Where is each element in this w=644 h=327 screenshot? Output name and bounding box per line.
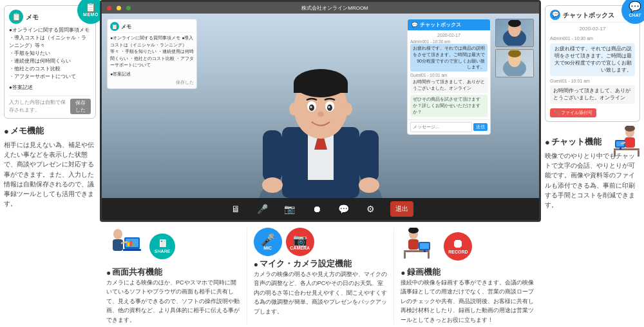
toolbar-btn-chat[interactable]: 💬 [336, 203, 352, 215]
floating-memo-icon: 📋 [110, 22, 119, 31]
record-illustration [401, 228, 436, 264]
memo-feature-text: 相手には見えない為、補足や伝えたい事などを表示した状態で、商談やプレゼンに対応す… [4, 140, 96, 208]
mic-camera-icons: 🎤 MIC 📷 CAMERA [254, 228, 314, 256]
chat-msg-3: ぜひその商品を試させて頂けますか？詳しくお聞かせいただけますか？ [410, 95, 488, 117]
svg-rect-46 [625, 137, 635, 148]
video-thumbnails [495, 19, 534, 77]
mic-badge-label: MIC [263, 246, 272, 250]
memo-feature-heading: メモ機能 [4, 125, 96, 137]
memo-title-text: メモ [26, 12, 39, 22]
camera-badge: 📷 CAMERA [286, 228, 314, 256]
chat-icon: 💬 [336, 203, 352, 215]
share-feature-text: カメラによる映像のほか、PCやスマホで同時に開いているソフトやブラウザの画面も相… [106, 278, 240, 324]
floating-chat-title: チャットボックス [420, 21, 461, 28]
memo-badge-label: MEMO [83, 12, 99, 19]
share-illustration [106, 228, 142, 264]
chat-sender-left: Guest01 - 10:01 am [550, 78, 635, 85]
svg-rect-47 [614, 148, 639, 150]
dot-green [126, 6, 131, 10]
feature-memo-section: メモ機能 相手には見えない為、補足や伝えたい事などを表示した状態で、商談やプレゼ… [4, 125, 96, 208]
file-attach-badge[interactable]: 📎 ファイル添付可 [550, 108, 596, 118]
toolbar-btn-share[interactable]: 🖥 [228, 203, 243, 215]
toolbar-btn-mic[interactable]: 🎤 [255, 203, 270, 215]
svg-rect-43 [424, 250, 426, 252]
attach-label: ファイル添付可 [561, 110, 592, 117]
svg-point-19 [289, 103, 298, 115]
memo-footer: 入力した内容は自動で保存されます。 保存した [9, 95, 91, 114]
share-badge: 🖥 SHARE [149, 233, 175, 259]
screen-top-bar: 株式会社オンラインMROOM [102, 2, 539, 14]
mic-feature-title: マイク・カメラ設定機能 [254, 259, 388, 270]
record-feature-title: 録画機能 [401, 267, 535, 278]
chat-date: 2020-02-17 [550, 25, 635, 33]
chat-balloon: 💬 CHAT 💬 チャットボックス 2020-02-17 Admin001 - … [545, 5, 640, 122]
floating-chat-footer: 送信 [408, 119, 490, 134]
chat-bubble-icon: 💬 [629, 2, 641, 12]
chat-sender-2: Guest01 - 10:01 am [410, 73, 488, 77]
share-feature-title: 画面共有機能 [106, 267, 240, 278]
share-badge-label: SHARE [155, 249, 171, 253]
bottom-features: 🖥 SHARE 画面共有機能 カメラによる映像のほか、PCやスマホで同時に開いて… [100, 222, 541, 327]
svg-point-17 [262, 177, 283, 193]
exit-icon: 退出 [394, 203, 410, 215]
floating-memo-footer: 保存した [110, 79, 194, 86]
video-thumb-1 [495, 19, 534, 47]
dot-red [107, 6, 111, 10]
feature-item-share: 🖥 SHARE 画面共有機能 カメラによる映像のほか、PCやスマホで同時に開いて… [100, 228, 247, 324]
feature-share-header: 🖥 SHARE [106, 228, 240, 264]
svg-point-18 [359, 177, 379, 193]
memo-balloon: 📋 メモ 📋 MEMO ●オンラインに関する質問事項メモ ・導入コストは（イニシ… [4, 5, 96, 119]
svg-rect-40 [428, 252, 430, 259]
settings-icon: ⚙ [363, 203, 379, 215]
svg-point-12 [310, 106, 312, 108]
camera-icon: 📷 [282, 203, 298, 215]
feature-item-record: ⏺ RECORD 録画機能 接続中の映像を録画する事ができます。会議の映像議事録… [394, 228, 541, 324]
video-screen-border: 株式会社オンラインMROOM 📋 メモ ●オンラインに関する質問事項メモ ●導入… [100, 0, 541, 222]
video-thumb-2 [495, 49, 534, 77]
presenter-svg [224, 24, 417, 198]
svg-rect-33 [130, 241, 132, 246]
left-memo-panel: 📋 メモ 📋 MEMO ●オンラインに関する質問事項メモ ・導入コストは（イニシ… [0, 0, 100, 327]
record-badge: ⏺ RECORD [444, 232, 472, 261]
video-toolbar: 🖥 🎤 📷 ⏺ 💬 ⚙ 退出 [102, 198, 539, 220]
svg-point-27 [113, 229, 122, 239]
chat-illustration [607, 126, 643, 163]
memo-save-button[interactable]: 保存した [70, 99, 91, 114]
svg-point-14 [317, 112, 324, 117]
svg-rect-39 [404, 252, 406, 259]
memo-line-3: ・手順を知りたい [9, 50, 91, 57]
chat-msg-2: お時間作って頂きまして、ありがとうございました。オンライン [410, 77, 488, 93]
mic-badge: 🎤 MIC [254, 228, 282, 256]
svg-rect-37 [408, 239, 419, 250]
right-chat-panel: 💬 CHAT 💬 チャットボックス 2020-02-17 Admin001 - … [541, 0, 644, 327]
main-container: 📋 メモ 📋 MEMO ●オンラインに関する質問事項メモ ・導入コストは（イニシ… [0, 0, 644, 327]
floating-memo-label: メモ [121, 23, 131, 30]
camera-badge-label: CAMERA [290, 246, 310, 250]
chat-message-left: お時間作って頂きまして、ありがとうございました。オンライン [550, 85, 635, 104]
floating-chat-header: 💬 チャットボックス [408, 19, 490, 30]
memo-line-5: ・他社とのコスト比較 [9, 65, 91, 73]
center-area: 株式会社オンラインMROOM 📋 メモ ●オンラインに関する質問事項メモ ●導入… [100, 0, 541, 327]
feature-mic-header: 🎤 MIC 📷 CAMERA [254, 228, 388, 256]
floating-chat-input[interactable] [410, 122, 472, 132]
floating-chat-overlay: 💬 チャットボックス 2020-02-17 Admin001 - 10:30 a… [407, 19, 491, 135]
toolbar-btn-exit[interactable]: 退出 [390, 201, 413, 217]
svg-point-20 [343, 103, 352, 115]
svg-rect-15 [263, 130, 282, 182]
toolbar-btn-settings[interactable]: ⚙ [363, 203, 379, 215]
memo-line-2: ・導入コストは（イニシャル・ランニング）等々 [9, 34, 91, 50]
chat-sender-right: Admin001 - 10:30 am [550, 35, 635, 43]
toolbar-btn-record[interactable]: ⏺ [309, 203, 325, 215]
toolbar-btn-camera[interactable]: 📷 [282, 203, 298, 215]
memo-line-6: ・アフターサポートについて [9, 73, 91, 81]
floating-chat-icon: 💬 [412, 22, 418, 28]
feature-item-mic-camera: 🎤 MIC 📷 CAMERA マイク・カメラ設定機能 カメラの映像の明るさや見え… [247, 228, 395, 324]
svg-point-13 [328, 106, 330, 108]
chat-sender-1: Admin001 - 10:30 am [410, 39, 488, 44]
floating-chat-send[interactable]: 送信 [473, 123, 488, 131]
memo-content: ●オンラインに関する質問事項メモ ・導入コストは（イニシャル・ランニング）等々 … [9, 26, 91, 92]
record-feature-text: 接続中の映像を録画する事ができます。会議の映像議事録としての用途だけでなく、営業… [401, 278, 535, 324]
chat-title-text: チャットボックス [563, 10, 614, 20]
share-badge-icon: 🖥 [157, 239, 167, 249]
memo-clip-icon: 📋 [85, 3, 97, 12]
